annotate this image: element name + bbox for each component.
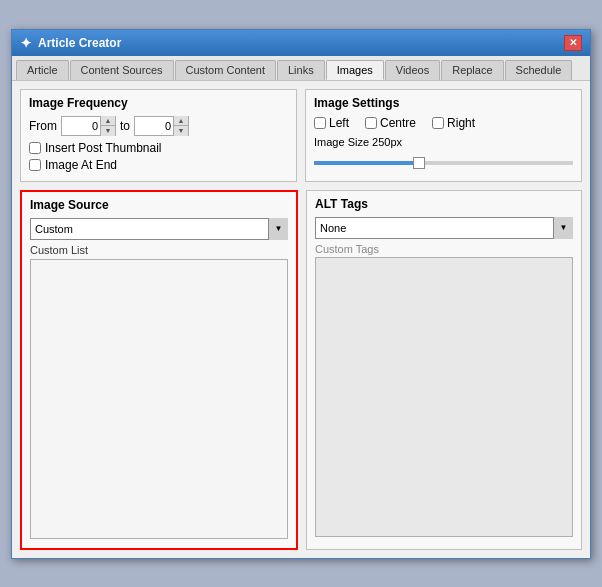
close-button[interactable]: ✕ (564, 35, 582, 51)
tab-content-sources[interactable]: Content Sources (70, 60, 174, 80)
image-settings-title: Image Settings (314, 96, 573, 110)
right-label: Right (447, 116, 475, 130)
window-title: Article Creator (38, 36, 121, 50)
title-bar: ✦ Article Creator ✕ (12, 30, 590, 56)
tab-images[interactable]: Images (326, 60, 384, 80)
custom-list-textarea[interactable] (30, 259, 288, 539)
insert-thumbnail-label: Insert Post Thumbnail (45, 141, 162, 155)
image-at-end-label: Image At End (45, 158, 117, 172)
alt-select[interactable]: None From Article Custom (315, 217, 573, 239)
from-label: From (29, 119, 57, 133)
left-checkbox[interactable] (314, 117, 326, 129)
right-checkbox[interactable] (432, 117, 444, 129)
to-down-arrow[interactable]: ▼ (173, 126, 188, 136)
image-source-title: Image Source (30, 198, 288, 212)
to-label: to (120, 119, 130, 133)
source-select[interactable]: Custom Google Images Flickr Pixabay (30, 218, 288, 240)
to-spinbox[interactable]: ▲ ▼ (134, 116, 189, 136)
image-frequency-panel: Image Frequency From ▲ ▼ to ▲ (20, 89, 297, 182)
left-label: Left (329, 116, 349, 130)
insert-thumbnail-checkbox[interactable] (29, 142, 41, 154)
alt-select-wrap: None From Article Custom ▼ (315, 217, 573, 239)
source-select-wrap: Custom Google Images Flickr Pixabay ▼ (30, 218, 288, 240)
tab-videos[interactable]: Videos (385, 60, 440, 80)
alt-tags-title: ALT Tags (315, 197, 573, 211)
right-align-item: Right (432, 116, 475, 130)
tab-article[interactable]: Article (16, 60, 69, 80)
title-bar-left: ✦ Article Creator (20, 35, 121, 51)
image-frequency-title: Image Frequency (29, 96, 288, 110)
insert-thumbnail-row: Insert Post Thumbnail (29, 141, 288, 155)
image-at-end-checkbox[interactable] (29, 159, 41, 171)
from-input[interactable] (62, 117, 100, 135)
image-source-panel: Image Source Custom Google Images Flickr… (20, 190, 298, 550)
app-icon: ✦ (20, 35, 32, 51)
from-spinbox[interactable]: ▲ ▼ (61, 116, 116, 136)
image-size-slider[interactable] (314, 161, 573, 165)
content-area: Image Frequency From ▲ ▼ to ▲ (12, 81, 590, 558)
centre-label: Centre (380, 116, 416, 130)
centre-checkbox[interactable] (365, 117, 377, 129)
tab-replace[interactable]: Replace (441, 60, 503, 80)
tab-bar: Article Content Sources Custom Content L… (12, 56, 590, 81)
to-arrows: ▲ ▼ (173, 116, 188, 136)
to-input[interactable] (135, 117, 173, 135)
from-arrows: ▲ ▼ (100, 116, 115, 136)
custom-list-label: Custom List (30, 244, 288, 256)
custom-tags-area[interactable] (315, 257, 573, 537)
custom-tags-label: Custom Tags (315, 243, 573, 255)
top-row: Image Frequency From ▲ ▼ to ▲ (20, 89, 582, 182)
size-label: Image Size 250px (314, 136, 573, 148)
alt-tags-panel: ALT Tags None From Article Custom ▼ Cust… (306, 190, 582, 550)
left-align-item: Left (314, 116, 349, 130)
from-down-arrow[interactable]: ▼ (100, 126, 115, 136)
image-at-end-row: Image At End (29, 158, 288, 172)
centre-align-item: Centre (365, 116, 416, 130)
tab-schedule[interactable]: Schedule (505, 60, 573, 80)
image-settings-panel: Image Settings Left Centre Right (305, 89, 582, 182)
to-up-arrow[interactable]: ▲ (173, 116, 188, 126)
bottom-row: Image Source Custom Google Images Flickr… (20, 190, 582, 550)
slider-container (314, 152, 573, 170)
tab-custom-content[interactable]: Custom Content (175, 60, 276, 80)
align-row: Left Centre Right (314, 116, 573, 130)
tab-links[interactable]: Links (277, 60, 325, 80)
main-window: ✦ Article Creator ✕ Article Content Sour… (11, 29, 591, 559)
frequency-row: From ▲ ▼ to ▲ ▼ (29, 116, 288, 136)
from-up-arrow[interactable]: ▲ (100, 116, 115, 126)
